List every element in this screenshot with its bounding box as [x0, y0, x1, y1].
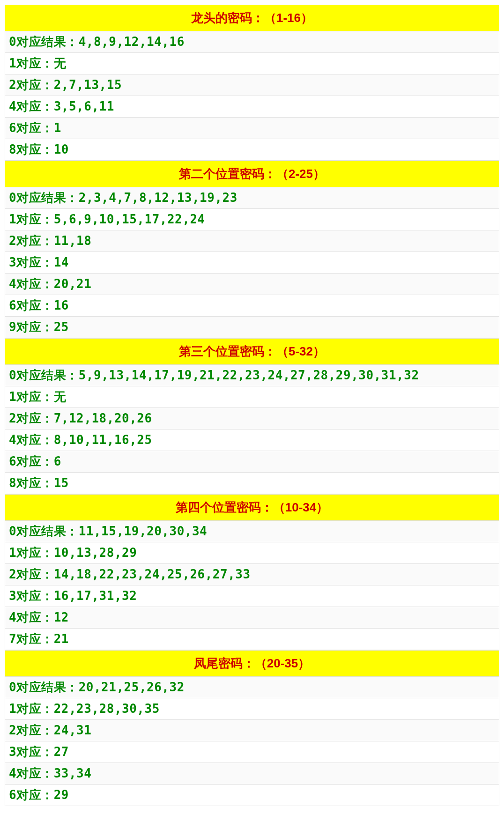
- data-row: 0对应结果：5,9,13,14,17,19,21,22,23,24,27,28,…: [5, 365, 499, 386]
- section-header: 凤尾密码：（20-35）: [5, 650, 499, 677]
- section-header: 龙头的密码：（1-16）: [5, 5, 499, 31]
- section-1: 第二个位置密码：（2-25）0对应结果：2,3,4,7,8,12,13,19,2…: [5, 161, 499, 338]
- data-row: 8对应：15: [5, 473, 499, 494]
- data-row: 2对应：24,31: [5, 720, 499, 741]
- section-header: 第二个位置密码：（2-25）: [5, 161, 499, 187]
- data-row: 2对应：11,18: [5, 230, 499, 252]
- data-row: 2对应：14,18,22,23,24,25,26,27,33: [5, 564, 499, 585]
- data-row: 3对应：16,17,31,32: [5, 585, 499, 607]
- data-row: 6对应：29: [5, 785, 499, 806]
- data-row: 6对应：6: [5, 451, 499, 473]
- data-row: 3对应：27: [5, 741, 499, 763]
- section-header: 第四个位置密码：（10-34）: [5, 494, 499, 521]
- data-row: 4对应：12: [5, 607, 499, 629]
- data-row: 6对应：1: [5, 118, 499, 139]
- section-4: 凤尾密码：（20-35）0对应结果：20,21,25,26,321对应：22,2…: [5, 650, 499, 806]
- data-row: 0对应结果：2,3,4,7,8,12,13,19,23: [5, 187, 499, 209]
- data-row: 1对应：无: [5, 53, 499, 74]
- data-row: 9对应：25: [5, 317, 499, 338]
- data-row: 1对应：5,6,9,10,15,17,22,24: [5, 209, 499, 230]
- data-row: 2对应：2,7,13,15: [5, 74, 499, 96]
- data-row: 1对应：10,13,28,29: [5, 542, 499, 564]
- data-row: 1对应：22,23,28,30,35: [5, 698, 499, 720]
- section-2: 第三个位置密码：（5-32）0对应结果：5,9,13,14,17,19,21,2…: [5, 338, 499, 494]
- data-row: 3对应：14: [5, 252, 499, 274]
- data-row: 4对应：20,21: [5, 274, 499, 295]
- section-header: 第三个位置密码：（5-32）: [5, 338, 499, 365]
- data-row: 6对应：16: [5, 295, 499, 317]
- data-row: 7对应：21: [5, 629, 499, 650]
- data-row: 0对应结果：11,15,19,20,30,34: [5, 521, 499, 542]
- data-row: 0对应结果：4,8,9,12,14,16: [5, 31, 499, 53]
- section-3: 第四个位置密码：（10-34）0对应结果：11,15,19,20,30,341对…: [5, 494, 499, 650]
- data-row: 0对应结果：20,21,25,26,32: [5, 677, 499, 698]
- data-row: 4对应：3,5,6,11: [5, 96, 499, 118]
- data-row: 4对应：33,34: [5, 763, 499, 785]
- data-row: 4对应：8,10,11,16,25: [5, 430, 499, 451]
- data-row: 2对应：7,12,18,20,26: [5, 408, 499, 430]
- data-row: 1对应：无: [5, 386, 499, 408]
- data-row: 8对应：10: [5, 139, 499, 161]
- section-0: 龙头的密码：（1-16）0对应结果：4,8,9,12,14,161对应：无2对应…: [5, 5, 499, 161]
